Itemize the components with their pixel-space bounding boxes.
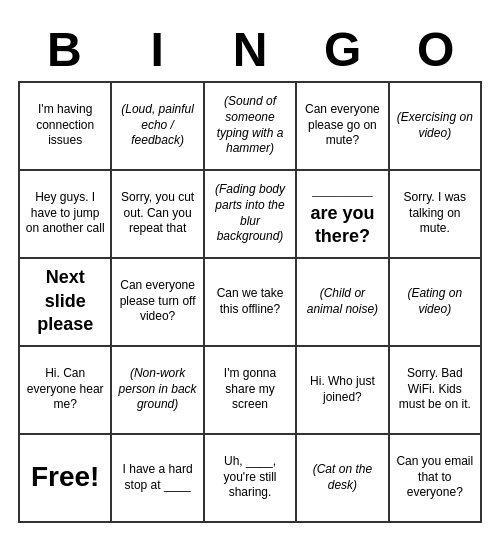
bingo-title: B I N G O xyxy=(18,22,482,77)
title-b: B xyxy=(20,22,108,77)
bingo-cell-18: Hi. Who just joined? xyxy=(297,347,389,435)
bingo-cell-19: Sorry. Bad WiFi. Kids must be on it. xyxy=(390,347,482,435)
bingo-cell-15: Hi. Can everyone hear me? xyxy=(20,347,112,435)
bingo-cell-0: I'm having connection issues xyxy=(20,83,112,171)
bingo-cell-12: Can we take this offline? xyxy=(205,259,297,347)
bingo-cell-10: Next slide please xyxy=(20,259,112,347)
title-g: G xyxy=(299,22,387,77)
bingo-cell-2: (Sound of someone typing with a hammer) xyxy=(205,83,297,171)
bingo-cell-16: (Non-work person in back ground) xyxy=(112,347,204,435)
bingo-cell-3: Can everyone please go on mute? xyxy=(297,83,389,171)
title-i: I xyxy=(113,22,201,77)
title-o: O xyxy=(392,22,480,77)
bingo-cell-14: (Eating on video) xyxy=(390,259,482,347)
bingo-grid: I'm having connection issues(Loud, painf… xyxy=(18,81,482,523)
bingo-cell-13: (Child or animal noise) xyxy=(297,259,389,347)
bingo-cell-1: (Loud, painful echo / feedback) xyxy=(112,83,204,171)
bingo-cell-23: (Cat on the desk) xyxy=(297,435,389,523)
bingo-cell-9: Sorry. I was talking on mute. xyxy=(390,171,482,259)
bingo-card: B I N G O I'm having connection issues(L… xyxy=(10,14,490,531)
bingo-cell-4: (Exercising on video) xyxy=(390,83,482,171)
bingo-cell-17: I'm gonna share my screen xyxy=(205,347,297,435)
bingo-cell-6: Sorry, you cut out. Can you repeat that xyxy=(112,171,204,259)
bingo-cell-7: (Fading body parts into the blur backgro… xyxy=(205,171,297,259)
bingo-cell-11: Can everyone please turn off video? xyxy=(112,259,204,347)
title-n: N xyxy=(206,22,294,77)
bingo-cell-21: I have a hard stop at ____ xyxy=(112,435,204,523)
bingo-cell-24: Can you email that to everyone? xyxy=(390,435,482,523)
bingo-cell-8: ______ are you there? xyxy=(297,171,389,259)
bingo-cell-20: Free! xyxy=(20,435,112,523)
bingo-cell-5: Hey guys. I have to jump on another call xyxy=(20,171,112,259)
bingo-cell-22: Uh, ____, you're still sharing. xyxy=(205,435,297,523)
